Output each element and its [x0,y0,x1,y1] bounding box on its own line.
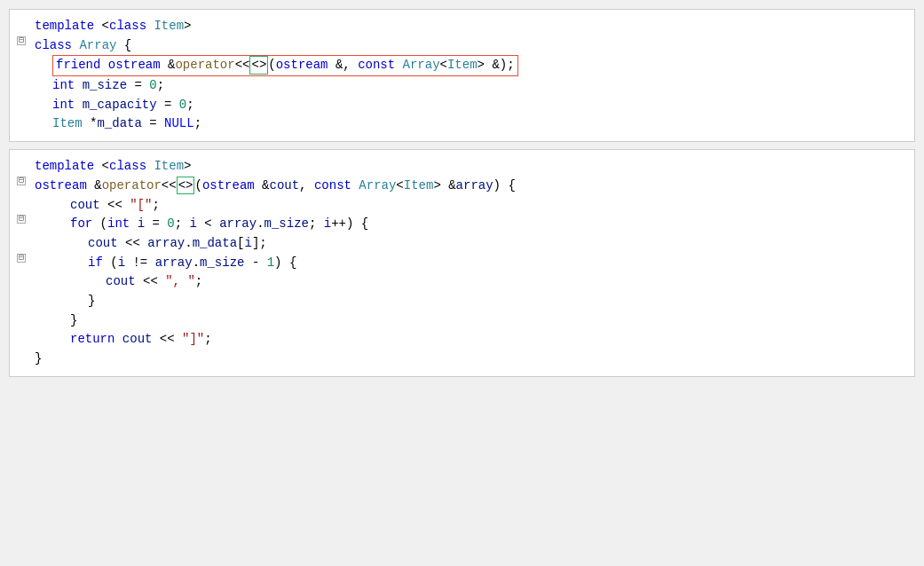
collapse-button[interactable]: ⊟ [17,215,26,224]
code-line-2-5: cout << array.m_data[i]; [10,234,914,254]
token-plain: ; [195,274,202,288]
gutter-2-4: ⊟ [17,215,31,224]
line-content: cout << "["; [70,196,160,216]
token-plain: << [152,332,182,346]
token-plain: = [145,216,167,231]
token-plain [100,58,107,72]
token-var: i [190,216,197,231]
token-type: int [52,98,75,112]
token-num: 0 [149,78,156,92]
line-content: } [70,311,77,331]
token-cls: Item [52,116,83,130]
token-cls: Array [79,38,116,52]
code-panel-1: template <class Item>⊟class Array {frien… [9,9,915,142]
token-plain [395,58,402,72]
token-plain [75,98,82,112]
gutter-2-2: ⊟ [17,177,31,185]
token-plain: ; [186,98,193,112]
token-kw: for [70,216,92,231]
token-kw: const [358,58,395,72]
token-var: m_size [83,78,127,92]
token-type: ostream [35,178,87,193]
token-kw: class [109,19,146,33]
token-plain: ) { [274,255,296,270]
code-line-2-3: cout << "["; [10,196,914,216]
token-plain: ( [103,255,118,270]
code-line-2-11: } [10,350,914,369]
code-line-1-5: int m_capacity = 0; [10,96,914,115]
line-content: template <class Item> [35,157,191,177]
token-var: cout [106,274,136,288]
token-plain [115,332,122,346]
token-fn: operator [175,58,234,72]
token-var: array [147,236,185,250]
token-plain: = [127,78,149,92]
token-plain: & [255,178,270,193]
line-content: cout << array.m_data[i]; [88,234,267,254]
token-plain [75,78,82,92]
token-cls: Array [359,178,396,193]
template-brackets: <> [249,56,268,74]
token-plain: < [396,178,403,193]
token-plain: << [235,58,250,72]
token-type: ostream [202,178,255,193]
token-type: ostream [276,58,328,72]
collapse-button[interactable]: ⊟ [17,254,26,263]
code-line-2-4: ⊟for (int i = 0; i < array.m_size; i++) … [10,215,914,234]
token-cls: Item [447,58,478,72]
code-line-1-1: template <class Item> [10,17,914,36]
token-var: cout [70,198,100,212]
collapse-button[interactable]: ⊟ [17,36,26,45]
line-content: Item *m_data = NULL; [52,114,201,134]
token-plain: ; [152,198,159,212]
code-line-2-9: } [10,311,914,331]
token-kw: return [70,332,115,346]
line-content: template <class Item> [35,17,191,36]
token-plain: ( [268,58,275,72]
token-plain: = [157,98,179,112]
token-str: ", " [165,274,195,288]
collapse-button[interactable]: ⊟ [17,177,26,185]
token-plain: << [118,236,148,250]
token-plain: ]; [252,236,267,250]
token-var: array [456,178,494,193]
code-line-1-6: Item *m_data = NULL; [10,114,914,134]
line-content: ostream &operator<<<>(ostream &cout, con… [35,177,516,196]
code-line-1-3: friend ostream &operator<<<>(ostream &, … [10,55,914,76]
code-line-1-2: ⊟class Array { [10,36,914,56]
line-content: int m_size = 0; [52,76,164,96]
token-plain: < [197,216,219,231]
token-kw: template [35,19,94,33]
token-plain: &, [328,58,359,72]
token-cls: Array [403,58,440,72]
token-plain: << [100,198,130,212]
line-content: int m_capacity = 0; [52,96,194,115]
token-var: i [244,236,251,250]
line-content: return cout << "]"; [70,330,212,350]
token-plain: < [440,58,447,72]
token-plain: } [88,294,95,308]
code-panel-2: template <class Item>⊟ostream &operator<… [9,149,915,377]
token-cls: Item [154,159,184,173]
token-plain: != [125,255,155,270]
token-plain: > [184,19,191,33]
token-plain: ; [204,332,211,346]
token-str: "[" [130,198,152,212]
token-plain: < [94,159,109,173]
token-num: 1 [267,255,274,270]
line-content: if (i != array.m_size - 1) { [88,254,296,273]
token-plain: << [162,178,177,193]
token-plain: ++) { [331,216,368,231]
token-plain: . [185,236,192,250]
token-plain: { [116,38,131,52]
template-brackets: <> [177,177,195,194]
token-null-kw: NULL [164,116,194,130]
token-kw: class [35,38,72,52]
token-var: i [118,255,125,270]
token-plain: < [94,19,109,33]
app-container: template <class Item>⊟class Array {frien… [9,9,915,377]
token-fn: operator [102,178,162,193]
code-line-2-2: ⊟ostream &operator<<<>(ostream &cout, co… [10,177,914,196]
token-plain: . [193,255,200,270]
line-content: } [35,350,42,369]
